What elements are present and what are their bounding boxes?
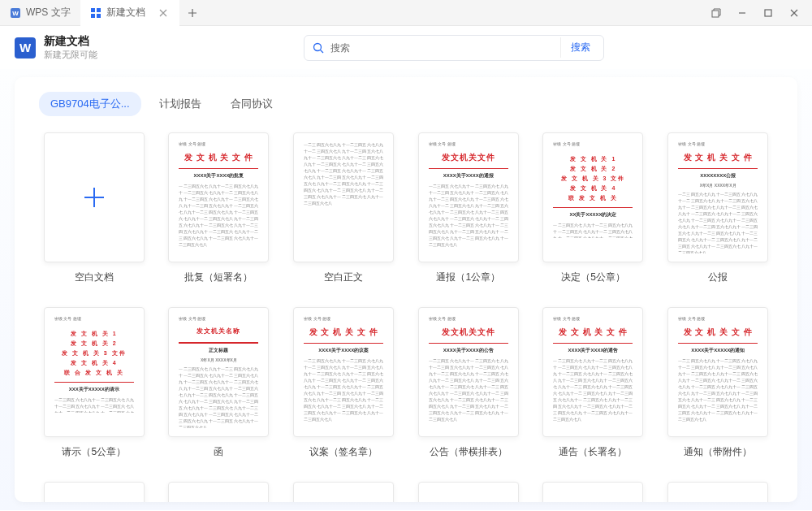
template-blank-document[interactable]: 空白文档 [39, 132, 149, 284]
template-label: 空白正文 [324, 271, 363, 284]
template-label: 批复（短署名） [184, 271, 253, 284]
svg-rect-4 [91, 14, 95, 18]
template-partial-2[interactable] [164, 482, 274, 502]
minimize-icon[interactable] [731, 2, 754, 24]
content-area: GB9704电子公... 计划报告 合同协议 空白文档 密级 文号 急缓 发 文… [0, 69, 812, 510]
template-label: 空白文档 [75, 271, 114, 284]
template-gongbao[interactable]: 密级 文号 急缓 发 文 机 关 文 件 XXXXXXXX公报 X年X月 XXX… [663, 132, 773, 284]
search-input[interactable] [324, 42, 560, 54]
app-icon: W [10, 7, 21, 19]
svg-text:W: W [12, 10, 19, 17]
maximize-icon[interactable] [757, 2, 780, 24]
panel: GB9704电子公... 计划报告 合同协议 空白文档 密级 文号 急缓 发 文… [15, 77, 797, 502]
template-grid: 空白文档 密级 文号 急缓 发 文 机 关 文 件 XXXX关于XXXX的批复 … [39, 132, 773, 502]
template-label: 函 [214, 445, 223, 459]
grid-icon [90, 7, 102, 19]
close-icon[interactable] [157, 6, 170, 19]
svg-rect-6 [712, 11, 719, 17]
svg-rect-7 [765, 10, 771, 16]
category-tab-contract[interactable]: 合同协议 [219, 92, 284, 116]
close-window-icon[interactable] [783, 2, 806, 24]
template-yian[interactable]: 密级 文号 急缓 发 文 机 关 文 件 XXXX关于XXXX的议案 一二三四五… [288, 307, 399, 459]
template-han[interactable]: 密级 文号 急缓 发文机关名称 正文标题 X年X月 XXXX年X月 一二三四五六… [164, 307, 274, 459]
template-partial-5[interactable] [538, 482, 649, 502]
template-tonggao[interactable]: 密级 文号 急缓 发 文 机 关 文 件 XXXX关于XXXX的通告 一二三四五… [538, 307, 649, 459]
search-box[interactable]: 搜索 [304, 35, 604, 61]
template-label: 公报 [708, 271, 728, 284]
tab-label: 新建文档 [106, 6, 145, 19]
search-container: 搜索 [110, 35, 797, 61]
template-partial-1[interactable] [39, 482, 149, 502]
template-label: 通告（长署名） [559, 445, 627, 459]
brand: W 新建文档 新建无限可能 [15, 34, 97, 61]
svg-point-8 [314, 43, 322, 50]
brand-icon: W [15, 37, 36, 58]
template-label: 通报（1公章） [436, 271, 500, 284]
category-tabs: GB9704电子公... 计划报告 合同协议 [39, 92, 773, 116]
category-tab-gb9704[interactable]: GB9704电子公... [39, 92, 141, 116]
search-button[interactable]: 搜索 [560, 37, 600, 58]
template-tongbao[interactable]: 密级 文号 急缓 发文机关文件 XXXX关于XXXX的通报 一二三四五六七八九十… [413, 132, 524, 284]
template-pifu[interactable]: 密级 文号 急缓 发 文 机 关 文 件 XXXX关于XXXX的批复 一二三四五… [164, 132, 274, 284]
tab-wps-text[interactable]: W WPS 文字 [0, 0, 80, 26]
template-partial-6[interactable] [663, 482, 773, 502]
page-title: 新建文档 [44, 34, 97, 49]
tab-new-document[interactable]: 新建文档 [80, 0, 179, 26]
template-label: 决定（5公章） [561, 271, 625, 284]
plus-icon [54, 141, 134, 253]
svg-rect-5 [97, 14, 101, 18]
template-gonggao[interactable]: 密级 文号 急缓 发文机关文件 XXXX关于XXXX的公告 一二三四五六七八九十… [413, 307, 524, 459]
template-tongzhi[interactable]: 密级 文号 急缓 发 文 机 关 文 件 XXXX关于XXXXX的通知 一二三四… [663, 307, 773, 459]
category-tab-plan-report[interactable]: 计划报告 [148, 92, 213, 116]
multi-window-icon[interactable] [705, 2, 728, 24]
template-label: 公告（带横排表） [430, 445, 508, 459]
template-partial-3[interactable] [288, 482, 399, 502]
window-buttons [705, 2, 812, 24]
template-label: 通知（带附件） [684, 445, 752, 459]
search-icon [313, 42, 324, 54]
titlebar: W WPS 文字 新建文档 [0, 0, 812, 26]
header: W 新建文档 新建无限可能 搜索 [0, 26, 812, 69]
template-jueding[interactable]: 密级 文号 急缓 发 文 机 关 1 发 文 机 关 2 发 文 机 关 3 文… [538, 132, 649, 284]
page-subtitle: 新建无限可能 [44, 49, 97, 61]
template-label: 请示（5公章） [62, 445, 126, 459]
svg-rect-2 [91, 8, 95, 12]
svg-rect-3 [97, 8, 101, 12]
template-blank-body[interactable]: 一二三四五六七八九十一二三四五六七八九十一二三四五六七八九十一二三四五六七八九十… [288, 132, 399, 284]
tab-label: WPS 文字 [26, 6, 71, 19]
add-tab-button[interactable] [179, 8, 205, 18]
template-partial-4[interactable] [413, 482, 524, 502]
template-qingshi[interactable]: 密级 文号 急缓 发 文 机 关 1 发 文 机 关 2 发 文 机 关 3 文… [39, 307, 149, 459]
template-label: 议案（签名章） [309, 445, 378, 459]
